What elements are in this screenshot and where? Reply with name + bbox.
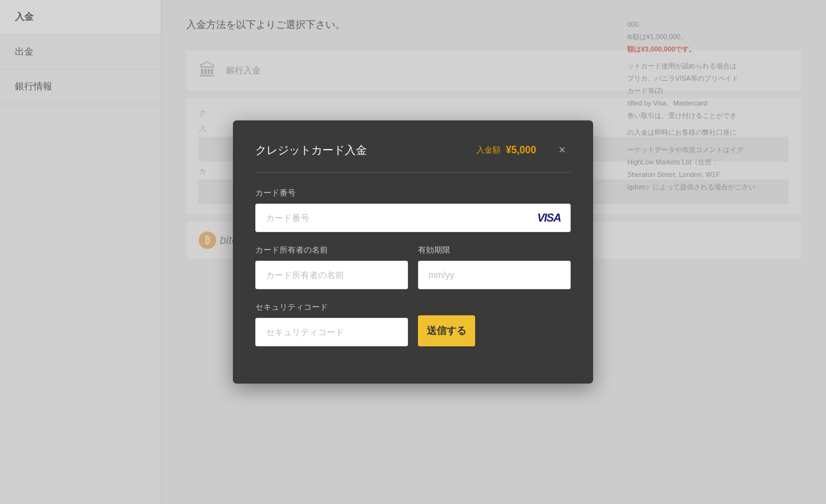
expiry-group: 有効期限: [418, 245, 571, 289]
credit-card-modal: クレジットカード入金 入金額 ¥5,000 × カード番号 VISA カード所有…: [233, 120, 593, 384]
modal-amount-row: 入金額 ¥5,000 ×: [476, 140, 571, 160]
card-number-wrapper: VISA: [255, 204, 571, 232]
submit-button[interactable]: 送信する: [418, 315, 475, 346]
card-number-input[interactable]: [255, 204, 571, 232]
security-label: セキュリティコード: [255, 302, 408, 313]
modal-divider: [255, 172, 571, 173]
modal-amount-value: ¥5,000: [506, 145, 536, 156]
submit-group: 送信する: [418, 315, 571, 346]
cardholder-expiry-row: カード所有者の名前 有効期限: [255, 245, 571, 302]
card-number-group: カード番号 VISA: [255, 187, 571, 232]
security-submit-row: セキュリティコード 送信する: [255, 302, 571, 359]
card-number-label: カード番号: [255, 187, 571, 199]
modal-overlay: クレジットカード入金 入金額 ¥5,000 × カード番号 VISA カード所有…: [0, 0, 826, 504]
cardholder-group: カード所有者の名前: [255, 245, 408, 289]
visa-logo: VISA: [537, 212, 561, 225]
modal-amount-label: 入金額: [476, 145, 501, 156]
security-group: セキュリティコード: [255, 302, 408, 346]
cardholder-label: カード所有者の名前: [255, 245, 408, 256]
modal-title: クレジットカード入金: [255, 143, 367, 158]
cardholder-input[interactable]: [255, 261, 408, 289]
security-input[interactable]: [255, 318, 408, 346]
modal-close-button[interactable]: ×: [553, 140, 571, 160]
expiry-input[interactable]: [418, 261, 571, 289]
modal-header: クレジットカード入金 入金額 ¥5,000 ×: [255, 140, 571, 160]
expiry-label: 有効期限: [418, 245, 571, 256]
